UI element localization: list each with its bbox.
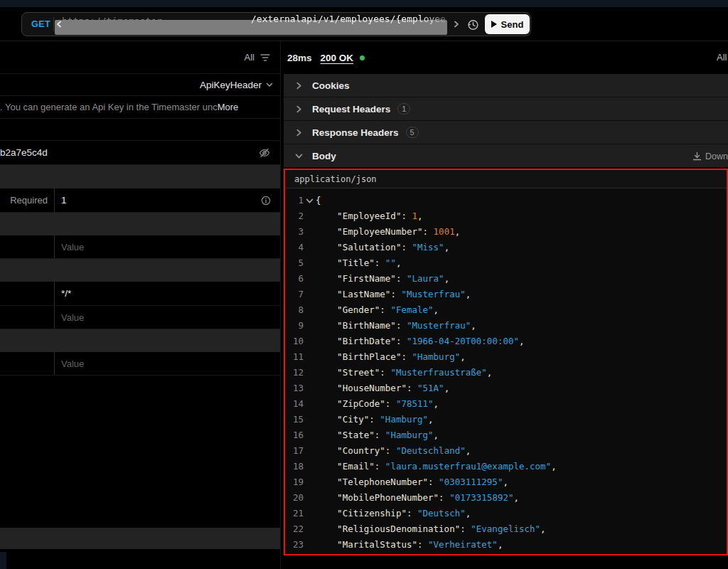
section-label: Body bbox=[312, 151, 336, 161]
fold-gutter bbox=[304, 459, 316, 474]
chevron-right-icon[interactable] bbox=[295, 129, 305, 137]
line-content: "HouseNumber": "51A", bbox=[316, 381, 727, 396]
section-row-response-headers[interactable]: Response Headers5 bbox=[284, 121, 728, 144]
header-param-row: Value bbox=[0, 352, 280, 376]
line-content: "Salutation": "Miss", bbox=[316, 240, 727, 255]
header-param-row: Value bbox=[0, 235, 280, 259]
json-line-16: 16 "State": "Hamburg", bbox=[285, 427, 727, 443]
json-line-4: 4 "Salutation": "Miss", bbox=[285, 240, 727, 255]
param-label bbox=[0, 282, 55, 305]
section-divider-band bbox=[0, 259, 280, 282]
response-status-code[interactable]: 200 OK bbox=[321, 53, 354, 63]
filter-icon[interactable] bbox=[260, 53, 270, 62]
line-content: "MobilePhoneNumber": "0173315892", bbox=[316, 490, 727, 506]
auth-spacer-row bbox=[0, 119, 280, 141]
json-line-23: 23 "MaritalStatus": "Verheiratet", bbox=[285, 537, 727, 553]
fold-gutter bbox=[304, 506, 316, 521]
param-required-label: Required bbox=[0, 188, 55, 212]
line-number: 23 bbox=[285, 537, 304, 553]
param-label bbox=[0, 235, 55, 258]
line-content: "EmployeeNumber": 1001, bbox=[316, 224, 727, 240]
line-number: 1 bbox=[285, 193, 304, 208]
json-line-6: 6 "FirstName": "Laura", bbox=[285, 271, 727, 287]
history-icon[interactable] bbox=[466, 18, 480, 32]
line-content: "Email": "laura.musterfrau1@example.com"… bbox=[316, 459, 727, 474]
request-filter-row: All bbox=[0, 41, 280, 74]
param-value-input[interactable]: Value bbox=[55, 352, 280, 375]
param-value-input[interactable]: 1 bbox=[55, 188, 261, 212]
json-line-11: 11 "BirthPlace": "Hamburg", bbox=[285, 349, 727, 365]
line-number: 10 bbox=[285, 334, 304, 349]
param-value-input[interactable]: */* bbox=[55, 282, 280, 305]
line-content: "Title": "", bbox=[316, 255, 727, 271]
download-icon bbox=[692, 151, 702, 161]
path-param-row: Required 1 bbox=[0, 188, 280, 213]
info-icon[interactable] bbox=[261, 188, 280, 212]
line-number: 21 bbox=[285, 506, 304, 521]
fold-gutter bbox=[304, 349, 316, 365]
line-number: 8 bbox=[285, 302, 304, 318]
response-filter-all-label[interactable]: All bbox=[717, 52, 727, 63]
fold-gutter bbox=[304, 365, 316, 381]
more-link[interactable]: More bbox=[218, 102, 239, 112]
section-row-request-headers[interactable]: Request Headers1 bbox=[284, 97, 728, 121]
json-line-7: 7 "LastName": "Musterfrau", bbox=[285, 287, 727, 302]
send-button-label: Send bbox=[501, 19, 524, 30]
section-label: Cookies bbox=[312, 80, 350, 91]
section-divider-band bbox=[0, 213, 280, 235]
download-button[interactable]: Download bbox=[692, 144, 728, 168]
line-content: "ZipCode": "78511", bbox=[316, 396, 727, 412]
fold-gutter bbox=[304, 396, 316, 412]
api-key-field[interactable]: b2a7e5c4d bbox=[0, 141, 280, 165]
url-path-text[interactable]: /externalapi/v1/employees/{employee bbox=[251, 14, 459, 24]
line-number: 14 bbox=[285, 396, 304, 412]
panel-filler bbox=[0, 376, 280, 528]
line-number: 18 bbox=[285, 459, 304, 474]
json-line-9: 9 "BirthName": "Musterfrau", bbox=[285, 318, 727, 334]
fold-gutter bbox=[304, 381, 316, 396]
fold-gutter bbox=[304, 271, 316, 287]
response-status-bar: 28ms 200 OK All bbox=[284, 41, 728, 74]
fold-chevron-icon[interactable] bbox=[304, 193, 316, 208]
filter-all-label[interactable]: All bbox=[245, 52, 255, 63]
fold-gutter bbox=[304, 521, 316, 537]
json-line-22: 22 "ReligiousDenomination": "Evangelisch… bbox=[285, 521, 727, 537]
section-label: Response Headers bbox=[312, 127, 399, 138]
fold-gutter bbox=[304, 537, 316, 553]
fold-gutter bbox=[304, 427, 316, 443]
line-content: "Street": "Musterfraustraße", bbox=[316, 365, 727, 381]
line-content: "Citizenship": "Deutsch", bbox=[316, 506, 727, 521]
json-line-1: 1{ bbox=[285, 193, 727, 208]
download-label: Download bbox=[705, 151, 728, 161]
line-number: 16 bbox=[285, 427, 304, 443]
url-group: GET https://timemaster /externalapi/v1/e… bbox=[21, 12, 531, 36]
section-row-cookies[interactable]: Cookies bbox=[284, 74, 728, 97]
url-scroll-left-icon[interactable] bbox=[55, 21, 63, 28]
section-row-body[interactable]: BodyDownload bbox=[284, 144, 728, 168]
chevron-right-icon[interactable] bbox=[295, 82, 305, 90]
http-method-label[interactable]: GET bbox=[31, 13, 50, 36]
eye-off-icon[interactable] bbox=[259, 148, 270, 158]
send-button[interactable]: Send bbox=[485, 14, 530, 34]
auth-description-text: . You can generate an Api Key in the Tim… bbox=[0, 102, 218, 112]
url-scroll-right-icon[interactable] bbox=[453, 21, 460, 28]
json-line-8: 8 "Gender": "Female", bbox=[285, 302, 727, 318]
fold-gutter bbox=[304, 208, 316, 224]
bottom-divider-band bbox=[0, 528, 280, 549]
line-content: "BirthName": "Musterfrau", bbox=[316, 318, 727, 334]
api-key-value: b2a7e5c4d bbox=[0, 147, 48, 158]
json-line-19: 19 "TelephoneNumber": "0303111295", bbox=[285, 474, 727, 490]
chevron-right-icon[interactable] bbox=[295, 105, 305, 113]
auth-scheme-select[interactable]: ApiKeyHeader bbox=[0, 74, 280, 96]
json-line-15: 15 "City": "Hamburg", bbox=[285, 412, 727, 427]
line-content: "BirthPlace": "Hamburg", bbox=[316, 349, 727, 365]
json-line-18: 18 "Email": "laura.musterfrau1@example.c… bbox=[285, 459, 727, 474]
line-content: "MaritalStatus": "Verheiratet", bbox=[316, 537, 727, 553]
json-line-3: 3 "EmployeeNumber": 1001, bbox=[285, 224, 727, 240]
param-value-input[interactable]: Value bbox=[55, 235, 280, 258]
param-value-input[interactable]: Value bbox=[55, 306, 280, 329]
section-divider-band bbox=[0, 329, 280, 352]
chevron-down-icon[interactable] bbox=[295, 152, 305, 160]
line-number: 13 bbox=[285, 381, 304, 396]
fold-gutter bbox=[304, 334, 316, 349]
